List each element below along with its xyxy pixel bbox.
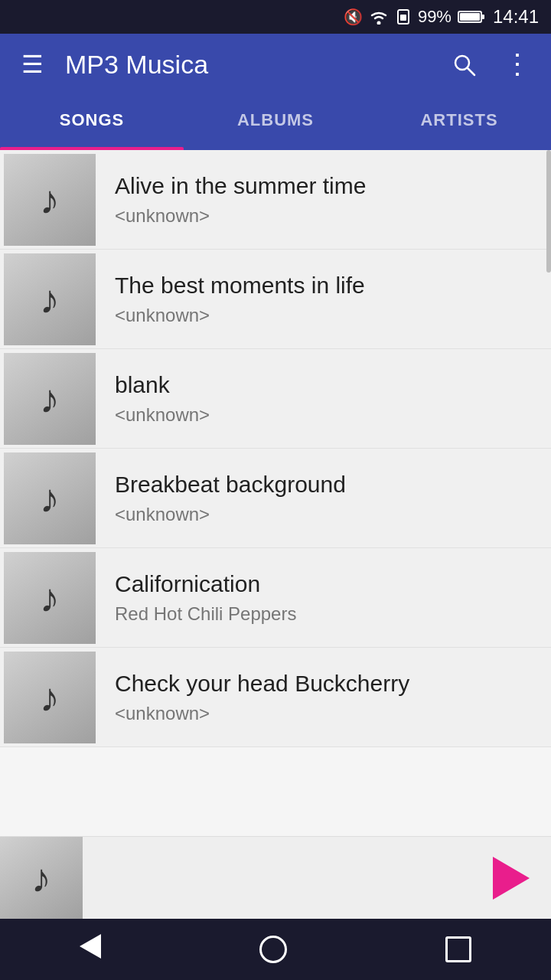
recents-button[interactable] xyxy=(422,929,494,970)
song-thumbnail: ♪ xyxy=(4,353,96,445)
tab-artists[interactable]: ARTISTS xyxy=(367,95,551,148)
play-icon xyxy=(493,857,530,900)
more-button[interactable]: ⋮ xyxy=(497,42,536,87)
tab-albums[interactable]: ALBUMS xyxy=(184,95,367,148)
list-item[interactable]: ♪ blank <unknown> xyxy=(0,349,551,449)
song-thumbnail: ♪ xyxy=(4,652,96,743)
music-note-icon: ♪ xyxy=(31,858,51,898)
list-item[interactable]: ♪ Californication Red Hot Chili Peppers xyxy=(0,548,551,648)
music-note-icon: ♪ xyxy=(40,678,60,717)
recents-icon xyxy=(445,936,471,962)
tabs-bar: SONGS ALBUMS ARTISTS xyxy=(0,95,551,150)
app-title: MP3 Musica xyxy=(65,50,430,80)
back-icon xyxy=(80,934,101,965)
battery-icon xyxy=(458,9,485,24)
list-item[interactable]: ♪ Breakbeat background <unknown> xyxy=(0,449,551,548)
song-info: The best moments in life <unknown> xyxy=(99,273,551,326)
song-artist: Red Hot Chili Peppers xyxy=(115,603,536,625)
song-info: Alive in the summer time <unknown> xyxy=(99,173,546,227)
svg-rect-4 xyxy=(481,15,484,19)
song-artist: <unknown> xyxy=(115,205,531,227)
status-time: 14:41 xyxy=(493,6,539,28)
nav-bar xyxy=(0,919,551,980)
song-thumbnail: ♪ xyxy=(4,253,96,345)
battery-percent: 99% xyxy=(418,7,452,27)
list-item[interactable]: ♪ Check your head Buckcherry <unknown> xyxy=(0,648,551,747)
music-note-icon: ♪ xyxy=(40,279,60,319)
song-thumbnail: ♪ xyxy=(4,552,96,644)
play-button[interactable] xyxy=(478,848,539,909)
song-info: Breakbeat background <unknown> xyxy=(99,472,551,525)
menu-button[interactable]: ☰ xyxy=(15,44,50,85)
back-button[interactable] xyxy=(57,926,124,972)
list-item[interactable]: ♪ The best moments in life <unknown> xyxy=(0,250,551,349)
song-title: Californication xyxy=(115,571,536,597)
app-bar: ☰ MP3 Musica ⋮ xyxy=(0,34,551,95)
music-note-icon: ♪ xyxy=(40,379,60,419)
song-title: Alive in the summer time xyxy=(115,173,531,199)
song-artist: <unknown> xyxy=(115,404,536,426)
sim-icon xyxy=(395,8,412,25)
song-title: The best moments in life xyxy=(115,273,536,299)
now-playing-bar[interactable]: ♪ xyxy=(0,836,551,919)
music-note-icon: ♪ xyxy=(40,479,60,518)
song-info: blank <unknown> xyxy=(99,372,551,426)
wifi-icon xyxy=(369,9,389,24)
song-thumbnail: ♪ xyxy=(4,154,96,246)
song-artist: <unknown> xyxy=(115,703,536,724)
mute-icon: 🔇 xyxy=(344,8,363,26)
svg-rect-2 xyxy=(400,15,406,21)
tab-songs[interactable]: SONGS xyxy=(0,95,184,148)
song-title: Breakbeat background xyxy=(115,472,536,498)
status-bar: 🔇 99% 14:41 xyxy=(0,0,551,34)
song-info: Californication Red Hot Chili Peppers xyxy=(99,571,551,625)
search-button[interactable] xyxy=(445,46,482,83)
song-title: Check your head Buckcherry xyxy=(115,671,536,697)
home-icon xyxy=(259,936,287,963)
now-playing-thumbnail: ♪ xyxy=(0,837,83,920)
svg-line-7 xyxy=(468,68,474,75)
svg-point-0 xyxy=(377,21,380,25)
song-info: Check your head Buckcherry <unknown> xyxy=(99,671,551,724)
song-list: ♪ Alive in the summer time <unknown> ♪ T… xyxy=(0,150,551,836)
music-note-icon: ♪ xyxy=(40,180,60,220)
list-item[interactable]: ♪ Alive in the summer time <unknown> xyxy=(0,150,551,250)
song-artist: <unknown> xyxy=(115,504,536,525)
song-artist: <unknown> xyxy=(115,305,536,326)
home-button[interactable] xyxy=(236,928,310,971)
music-note-icon: ♪ xyxy=(40,578,60,618)
svg-rect-5 xyxy=(460,13,480,21)
status-icons: 🔇 99% xyxy=(344,7,485,27)
song-thumbnail: ♪ xyxy=(4,452,96,544)
song-title: blank xyxy=(115,372,536,398)
